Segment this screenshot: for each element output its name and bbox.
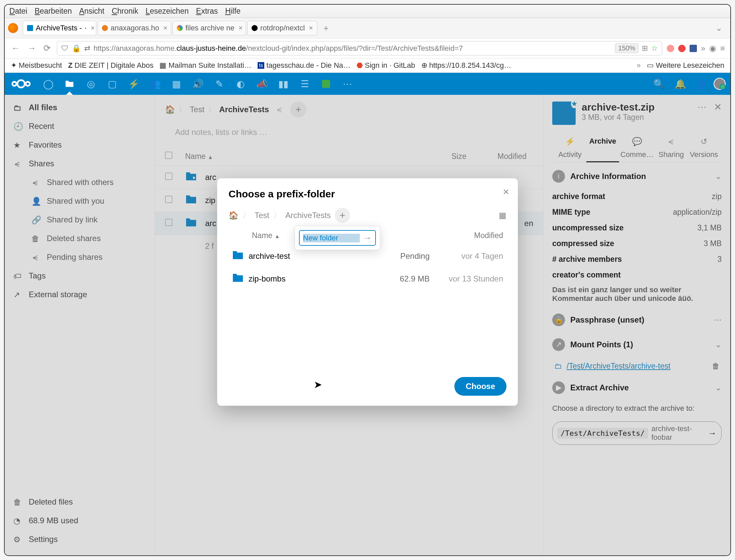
bookmarks-bar: ✦ Meistbesucht Z DIE ZEIT | Digitale Abo… [5,58,730,73]
breadcrumb-item[interactable]: Test [255,211,269,220]
bookmark-item[interactable]: ✦ Meistbesucht [11,61,62,70]
search-icon[interactable]: 🔍 [649,77,668,91]
browser-tabbar: ArchiveTests - ·× anaxagoras.ho× files a… [5,18,730,38]
sort-asc-icon: ▲ [275,233,280,239]
calendar-icon[interactable]: ▦ [167,77,186,91]
favicon-icon [102,25,108,31]
hamburger-menu-icon[interactable]: ≡ [720,44,725,53]
github-favicon-icon [252,25,258,31]
reload-button[interactable]: ⟳ [42,42,52,55]
browser-tab[interactable]: rotdrop/nextcl× [247,21,317,35]
shield-icon: 🛡 [61,44,68,53]
svg-point-0 [17,80,25,87]
modal-new-folder-button[interactable]: + [335,208,350,223]
new-folder-input[interactable] [303,234,360,242]
extension-icon[interactable] [667,45,674,52]
bookmark-item[interactable]: ⬣ Sign in · GitLab [356,61,415,70]
folder-icon [232,273,249,285]
extension-icon[interactable] [678,45,686,52]
browser-navbar: ← → ⟳ 🛡 🔒 ⇄ https://anaxagoras.home.clau… [5,38,730,58]
nextcloud-favicon-icon [27,25,33,31]
tab-close-icon[interactable]: × [309,24,313,32]
svg-point-2 [26,82,30,86]
user-avatar[interactable] [714,78,726,90]
browser-tab[interactable]: anaxagoras.ho× [98,21,171,35]
back-button[interactable]: ← [10,42,21,55]
grid-view-icon[interactable]: ▦ [499,211,506,220]
modal-overlay: × Choose a prefix-folder 🏠 〉 Test 〉 Arch… [5,95,730,555]
submit-arrow-icon[interactable]: → [363,233,372,243]
browser-tab[interactable]: ArchiveTests - ·× [23,21,96,35]
files-icon[interactable] [60,77,79,91]
nextcloud-logo-icon[interactable] [9,78,33,90]
new-folder-popover: → [295,226,380,250]
breadcrumb-item[interactable]: ArchiveTests [285,211,331,220]
folder-picker-modal: × Choose a prefix-folder 🏠 〉 Test 〉 Arch… [217,178,518,406]
choose-button[interactable]: Choose [454,377,506,396]
home-icon[interactable]: 🏠 [229,211,239,220]
modal-title: Choose a prefix-folder [229,188,506,200]
more-apps-icon[interactable]: ⋯ [338,77,357,91]
bookmark-item[interactable]: ⊕ https://10.8.254.143/cg… [421,61,511,70]
firefox-logo-icon [8,23,18,33]
account-icon[interactable]: ◉ [709,44,716,53]
poll-icon[interactable]: ▮▮ [274,77,293,91]
url-bar[interactable]: 🛡 🔒 ⇄ https://anaxagoras.home.claus-just… [57,41,662,55]
picker-row[interactable]: zip-bombs62.9 MBvor 13 Stunden [229,267,506,290]
new-folder-input-wrap: → [299,230,376,246]
tab-close-icon[interactable]: × [91,24,95,32]
maps-icon[interactable]: ◐ [231,77,250,91]
tab-overflow-icon[interactable]: ⌄ [711,23,727,33]
tab-close-icon[interactable]: × [163,24,168,32]
pin-icon: · [85,24,87,32]
activity-icon[interactable]: ⚡ [124,77,143,91]
dashboard-icon[interactable]: ◯ [39,77,57,91]
tasks-icon[interactable]: ☰ [295,77,314,91]
lock-icon: 🔒 [72,44,81,53]
audio-icon[interactable]: 🔊 [188,77,207,91]
column-modified[interactable]: Modified [430,231,503,240]
modal-close-icon[interactable]: × [503,186,509,198]
zoom-badge[interactable]: 150% [615,43,638,53]
folder-icon [232,250,249,262]
forward-button[interactable]: → [26,42,37,55]
bookmark-item[interactable]: Z DIE ZEIT | Digitale Abos [68,61,154,70]
svg-point-1 [12,82,16,86]
permission-icon: ⇄ [84,44,90,53]
app-icon[interactable] [317,77,335,91]
announce-icon[interactable]: 📣 [253,77,271,91]
tab-close-icon[interactable]: × [239,24,243,32]
extension-overflow-icon[interactable]: » [701,44,705,53]
bookmark-star-icon[interactable]: ☆ [651,44,658,53]
more-bookmarks-button[interactable]: ▭ Weitere Lesezeichen [647,61,724,70]
bookmark-item[interactable]: ts tagesschau.de - Die Na… [258,61,350,70]
modal-breadcrumb: 🏠 〉 Test 〉 ArchiveTests + → [229,208,506,223]
new-tab-button[interactable]: + [319,21,333,35]
bookmark-item[interactable]: ▦ Mailman Suite Installati… [159,61,251,70]
extension-icon[interactable] [690,45,697,52]
photos-icon[interactable]: ▢ [103,77,122,91]
window-menubar[interactable]: DateiBearbeitenAnsichtChronikLesezeichen… [5,5,730,18]
translate-icon[interactable]: ⊞ [642,44,648,53]
bookmark-overflow-icon[interactable]: » [637,61,641,70]
contacts-menu-icon[interactable]: 👤 [692,77,711,91]
notes-icon[interactable]: ✎ [210,77,229,91]
contacts-icon[interactable]: 👥 [146,77,164,91]
browser-tab[interactable]: files archive ne× [172,21,246,35]
app-icon[interactable]: ◎ [82,77,100,91]
notifications-icon[interactable]: 🔔 [671,77,690,91]
nextcloud-header: ◯ ◎ ▢ ⚡ 👥 ▦ 🔊 ✎ ◐ 📣 ▮▮ ☰ ⋯ 🔍 🔔 👤 [5,73,730,95]
favicon-icon [177,25,183,31]
